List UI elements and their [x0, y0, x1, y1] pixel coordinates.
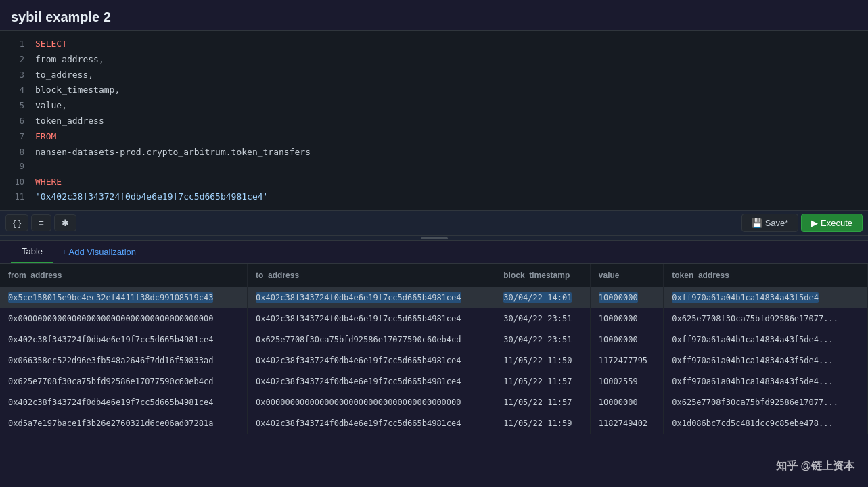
code-line-9: 9: [0, 160, 868, 174]
cell-from_address: 0x5ce158015e9bc4ec32ef4411f38dc99108519c…: [0, 287, 248, 308]
format-star-button[interactable]: ✱: [54, 214, 76, 231]
add-visualization-button[interactable]: + Add Visualization: [53, 241, 144, 262]
watermark: 知乎 @链上资本: [776, 459, 854, 473]
code-line-11: 11 '0x402c38f343724f0db4e6e19f7cc5d665b4…: [0, 189, 868, 205]
col-header-token-address: token_address: [664, 264, 868, 287]
col-header-from-address: from_address: [0, 264, 248, 287]
code-line-10: 10 WHERE: [0, 175, 868, 190]
cell-block_timestamp: 11/05/22 11:57: [495, 371, 591, 392]
toolbar: { } ≡ ✱ 💾 Save* ▶ Execute: [0, 211, 868, 235]
cell-from_address: 0xd5a7e197bace1f3b26e2760321d6ce06ad0728…: [0, 413, 248, 434]
table-row[interactable]: 0x625e7708f30ca75bfd92586e17077590c60eb4…: [0, 371, 868, 392]
save-button[interactable]: 💾 Save*: [741, 214, 799, 232]
code-line-3: 3 to_address,: [0, 68, 868, 83]
table-row[interactable]: 0x5ce158015e9bc4ec32ef4411f38dc99108519c…: [0, 287, 868, 308]
code-line-2: 2 from_address,: [0, 52, 868, 68]
data-table: from_address to_address block_timestamp …: [0, 264, 868, 434]
tab-table[interactable]: Table: [11, 241, 53, 263]
code-line-7: 7 FROM: [0, 129, 868, 145]
code-line-4: 4 block_timestamp,: [0, 83, 868, 98]
cell-to_address: 0x00000000000000000000000000000000000000…: [248, 392, 495, 413]
cell-from_address: 0x625e7708f30ca75bfd92586e17077590c60eb4…: [0, 371, 248, 392]
cell-to_address: 0x402c38f343724f0db4e6e19f7cc5d665b4981c…: [248, 308, 495, 329]
code-line-5: 5 value,: [0, 98, 868, 114]
cell-token_address: 0xff970a61a04b1ca14834a43f5de4: [664, 287, 868, 308]
divider-handle: [421, 237, 448, 239]
cell-value: 1182749402: [590, 413, 663, 434]
cell-from_address: 0x402c38f343724f0db4e6e19f7cc5d665b4981c…: [0, 392, 248, 413]
format-json-button[interactable]: { }: [5, 214, 28, 231]
page-title: sybil example 2: [11, 9, 111, 24]
table-row[interactable]: 0x402c38f343724f0db4e6e19f7cc5d665b4981c…: [0, 392, 868, 413]
table-header-row: from_address to_address block_timestamp …: [0, 264, 868, 287]
cell-block_timestamp: 11/05/22 11:57: [495, 392, 591, 413]
cell-to_address: 0x402c38f343724f0db4e6e19f7cc5d665b4981c…: [248, 350, 495, 371]
cell-to_address: 0x402c38f343724f0db4e6e19f7cc5d665b4981c…: [248, 371, 495, 392]
cell-from_address: 0x066358ec522d96e3fb548a2646f7dd16f50833…: [0, 350, 248, 371]
cell-block_timestamp: 11/05/22 11:59: [495, 413, 591, 434]
execute-button[interactable]: ▶ Execute: [801, 214, 863, 232]
col-header-value: value: [590, 264, 663, 287]
cell-from_address: 0x402c38f343724f0db4e6e19f7cc5d665b4981c…: [0, 329, 248, 350]
save-icon: 💾: [752, 218, 762, 228]
code-editor[interactable]: 1 SELECT 2 from_address, 3 to_address, 4…: [0, 31, 868, 211]
cell-value: 10000000: [590, 287, 663, 308]
code-line-6: 6 token_address: [0, 114, 868, 129]
col-header-to-address: to_address: [248, 264, 495, 287]
cell-value: 10000000: [590, 308, 663, 329]
cell-block_timestamp: 30/04/22 14:01: [495, 287, 591, 308]
cell-token_address: 0xff970a61a04b1ca14834a43f5de4...: [664, 329, 868, 350]
cell-value: 1172477795: [590, 350, 663, 371]
cell-block_timestamp: 11/05/22 11:50: [495, 350, 591, 371]
cell-to_address: 0x402c38f343724f0db4e6e19f7cc5d665b4981c…: [248, 413, 495, 434]
data-table-container[interactable]: from_address to_address block_timestamp …: [0, 264, 868, 487]
cell-token_address: 0x625e7708f30ca75bfd92586e17077...: [664, 392, 868, 413]
cell-to_address: 0x625e7708f30ca75bfd92586e17077590c60eb4…: [248, 329, 495, 350]
cell-to_address: 0x402c38f343724f0db4e6e19f7cc5d665b4981c…: [248, 287, 495, 308]
table-row[interactable]: 0xd5a7e197bace1f3b26e2760321d6ce06ad0728…: [0, 413, 868, 434]
format-table-button[interactable]: ≡: [31, 214, 51, 231]
results-tabs: Table + Add Visualization: [0, 241, 868, 264]
cell-token_address: 0xff970a61a04b1ca14834a43f5de4...: [664, 350, 868, 371]
results-area: Table + Add Visualization from_address t…: [0, 241, 868, 487]
cell-value: 10002559: [590, 371, 663, 392]
table-row[interactable]: 0x00000000000000000000000000000000000000…: [0, 308, 868, 329]
header: sybil example 2: [0, 0, 868, 31]
table-row[interactable]: 0x402c38f343724f0db4e6e19f7cc5d665b4981c…: [0, 329, 868, 350]
col-header-block-timestamp: block_timestamp: [495, 264, 591, 287]
cell-value: 10000000: [590, 329, 663, 350]
table-row[interactable]: 0x066358ec522d96e3fb548a2646f7dd16f50833…: [0, 350, 868, 371]
cell-token_address: 0x1d086bc7cd5c481dcc9c85ebe478...: [664, 413, 868, 434]
cell-token_address: 0x625e7708f30ca75bfd92586e17077...: [664, 308, 868, 329]
code-line-8: 8 nansen-datasets-prod.crypto_arbitrum.t…: [0, 145, 868, 160]
cell-token_address: 0xff970a61a04b1ca14834a43f5de4...: [664, 371, 868, 392]
cell-value: 10000000: [590, 392, 663, 413]
code-line-1: 1 SELECT: [0, 37, 868, 52]
cell-from_address: 0x00000000000000000000000000000000000000…: [0, 308, 248, 329]
resize-divider[interactable]: [0, 235, 868, 241]
cell-block_timestamp: 30/04/22 23:51: [495, 329, 591, 350]
cell-block_timestamp: 30/04/22 23:51: [495, 308, 591, 329]
